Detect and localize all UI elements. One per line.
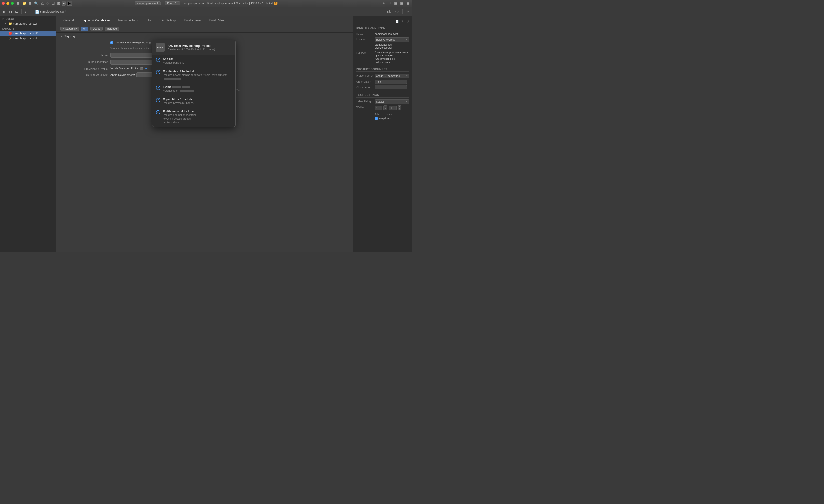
tab-info[interactable]: Info [142,17,154,24]
checklist-btn[interactable]: ☑ [51,1,55,6]
tab-build-settings[interactable]: Build Settings [154,17,180,24]
tab-increment-btn[interactable]: ▲ [384,106,387,108]
class-prefix-row: Class Prefix [356,85,409,89]
sidebar: PROJECT ▶ 📁 sampleapp-ios-swift M TARGET… [0,16,57,252]
format-dropdown[interactable]: Xcode 3.2-compatible ▼ [375,74,409,78]
manage-link[interactable]: ⊕ [145,67,147,70]
project-doc-title: Project Document [356,68,409,72]
indent-arrow-icon: ▼ [406,101,408,103]
class-prefix-input[interactable] [375,85,407,89]
text-settings-section: Text Settings Indent Using Spaces ▼ Widt… [356,93,409,120]
debug-btn[interactable]: Debug [90,26,103,31]
warning-count: 1 [274,2,278,5]
forward-btn[interactable]: › [28,9,31,14]
add-editor-btn[interactable]: ＋ [381,1,386,6]
auto-signing-desc-label [66,47,110,47]
next-issue-btn[interactable]: ⚠› [394,9,400,14]
tab-resource-tags[interactable]: Resource Tags [114,17,142,24]
close-button[interactable] [2,2,5,5]
indent-input-row: ▲ ▼ [389,105,401,110]
wrap-lines-control: ✓ Wrap lines [375,117,391,120]
tab-general[interactable]: General [60,17,78,24]
split-view-btn[interactable]: ⇄ [388,1,392,6]
appid-title: App ID: • [163,58,184,61]
title-bar-right: ＋ ⇄ ▣ ▣ ▣ [381,1,410,6]
expand-btn[interactable]: ⤢ [405,9,410,14]
layout2-btn[interactable]: ▣ [400,1,404,6]
layout1-btn[interactable]: ▣ [394,1,398,6]
toolbar: ◧ ◨ ⬓ ‹ › 📄 sampleapp-ios-swift ‹⚠ ⚠› ⤢ [0,7,412,16]
name-value: sampleapp-ios-swift [375,32,409,35]
class-prefix-value [375,85,409,89]
layout-btn[interactable]: ⊟ [57,1,61,6]
tab-indent-labels: Tab Indent [375,113,393,115]
indent-using-dropdown[interactable]: Spaces ▼ [375,99,409,104]
auto-signing-checkbox[interactable]: ✓ [110,41,113,44]
folder-btn[interactable]: 📁 [22,1,27,6]
sidebar-toggle-btn[interactable]: ⊞ [16,1,20,6]
scheme-label: iPhone 11 [165,1,180,5]
auto-signing-text: Automatically manage signing [115,41,150,44]
name-row: Name sampleapp-ios-swift [356,32,409,36]
magnify-btn[interactable]: 🔍 [34,1,39,6]
org-input[interactable] [375,80,407,84]
check-icon-certs: ✓ [156,70,160,75]
release-btn[interactable]: Release [105,26,119,31]
show-hide-left-btn[interactable]: ◧ [2,9,7,14]
prov-profile-info-btn[interactable]: ⓘ [140,67,143,70]
indent-width-input[interactable] [389,106,397,110]
location-dropdown[interactable]: Relative to Group ▼ [375,37,409,42]
title-bar: ⊞ 📁 ⊞ 🔍 ⚠ ◇ ☑ ⊟ ▶ ▶ sampleapp-ios-swift … [0,0,412,7]
tab-build-rules[interactable]: Build Rules [206,17,228,24]
signing-section-header[interactable]: ▼ Signing [57,33,353,40]
indent-decrement-btn[interactable]: ▼ [398,108,401,110]
fullscreen-button[interactable] [11,2,14,5]
full-path-label: Full Path [356,51,374,54]
back-btn[interactable]: ‹ [23,9,27,14]
check-icon-team: ✓ [156,86,160,90]
prov-icon: PROV [156,43,165,52]
prev-issue-btn[interactable]: ‹⚠ [386,9,392,14]
diamond-btn[interactable]: ◇ [46,1,49,6]
wrap-lines-checkbox[interactable]: ✓ [375,117,378,120]
sidebar-item-project[interactable]: ▶ 📁 sampleapp-ios-swift M [0,21,56,26]
auto-signing-label [66,41,110,42]
sidebar-item-target2[interactable]: ▶ 🏃 sampleapp-ios-swi... [0,36,56,41]
target2-icon: 🏃 [8,36,12,40]
tab-decrement-btn[interactable]: ▼ [384,108,387,110]
name-label: Name [356,32,374,36]
target1-label: sampleapp-ios-swift [13,32,38,35]
reveal-path-btn[interactable]: ↗ [407,61,409,64]
show-hide-bottom-btn[interactable]: ⬓ [14,9,19,14]
format-label: Project Format [356,74,374,77]
layout3-btn[interactable]: ▣ [406,1,410,6]
tab-build-phases[interactable]: Build Phases [181,17,206,24]
team-title: Team: [163,86,194,88]
indent-using-row: Indent Using Spaces ▼ [356,99,409,104]
team-desc: Matches team [163,89,194,93]
section-toggle-icon: ▼ [61,35,63,38]
info-icon-btn[interactable]: ⓘ [405,19,409,24]
target1-icon: 🔴 [8,32,12,35]
popup-title: iOS Team Provisioning Profile: • [168,44,215,47]
grid-btn[interactable]: ⊞ [28,1,32,6]
identity-section: Identity and Type Name sampleapp-ios-swi… [356,26,409,64]
warning-btn[interactable]: ⚠ [40,1,44,6]
show-hide-right-btn[interactable]: ◨ [8,9,13,14]
run-button[interactable]: ▶ [67,1,73,6]
file-icon-btn[interactable]: 📄 [395,19,400,24]
tab-signing[interactable]: Signing & Capabilities [78,17,114,24]
sidebar-item-target1[interactable]: ▶ 🔴 sampleapp-ios-swift [0,31,56,36]
popup-item-certs-content: Certificates: 1 Included Includes newest… [163,70,232,80]
right-panel: 📄 ? ⓘ Identity and Type Name sampleapp-i… [353,16,412,252]
minimize-button[interactable] [6,2,9,5]
question-icon-btn[interactable]: ? [401,19,404,24]
indent-increment-btn[interactable]: ▲ [398,106,401,108]
format-row: Project Format Xcode 3.2-compatible ▼ [356,74,409,78]
tab-width-input[interactable] [375,106,382,110]
full-path-row: Full Path /Users/ALundy/Documents/test-a… [356,51,409,64]
certs-desc: Includes newest signing certificate "App… [163,73,232,80]
popup-header-text: iOS Team Provisioning Profile: • Created… [168,44,215,51]
all-btn[interactable]: All [81,26,88,31]
add-capability-btn[interactable]: + Capability [61,26,79,31]
